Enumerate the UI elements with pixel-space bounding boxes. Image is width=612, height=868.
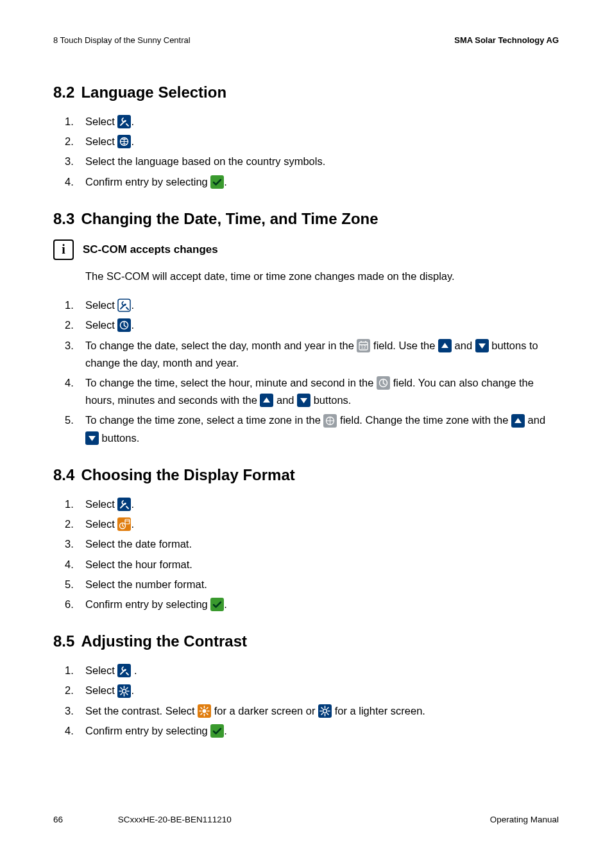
- step: 4.Select the hour format.: [53, 556, 559, 573]
- heading-8-2: 8.2Language Selection: [53, 83, 559, 101]
- step: 3.Select the date format.: [53, 535, 559, 553]
- calendar-icon: [357, 339, 370, 352]
- clock-icon: [117, 318, 131, 332]
- step: 4. To change the time, select the hour, …: [53, 374, 559, 409]
- arrow-up-icon: [511, 414, 525, 428]
- heading-8-3: 8.3Changing the Date, Time, and Time Zon…: [53, 210, 559, 228]
- page-number: 66: [53, 815, 63, 824]
- step: 6. Confirm entry by selecting .: [53, 596, 559, 613]
- step: 2. Select .: [53, 133, 559, 150]
- step: 3. Select the language based on the coun…: [53, 153, 559, 170]
- heading-8-4: 8.4Choosing the Display Format: [53, 466, 559, 484]
- step: 5. To change the time zone, select a tim…: [53, 412, 559, 446]
- timezone-field-icon: [323, 414, 337, 428]
- steps-8-4: 1. Select . 2. Select . 3.Select the dat…: [53, 496, 559, 613]
- arrow-down-icon: [85, 431, 99, 445]
- step: 2. Select .: [53, 682, 559, 699]
- steps-8-3: 1. Select . 2. Select . 3. To change the…: [53, 297, 559, 447]
- arrow-down-icon: [475, 339, 489, 352]
- steps-8-2: 1. Select . 2. Select . 3. Select the la…: [53, 113, 559, 191]
- info-body: The SC-COM will accept date, time or tim…: [85, 268, 559, 285]
- arrow-down-icon: [297, 394, 310, 407]
- step: 3. Set the contrast. Select for a darker…: [53, 702, 559, 720]
- step: 1. Select .: [53, 662, 559, 679]
- arrow-up-icon: [260, 394, 273, 407]
- header-right: SMA Solar Technology AG: [454, 35, 559, 45]
- tools-icon: [117, 498, 131, 511]
- step: 1. Select .: [53, 113, 559, 130]
- page-footer: 66 SCxxxHE-20-BE-BEN111210 Operating Man…: [53, 815, 559, 824]
- step: 1. Select .: [53, 297, 559, 314]
- contrast-dark-icon: [117, 684, 131, 698]
- check-icon: [210, 175, 224, 189]
- step: 2. Select .: [53, 516, 559, 533]
- info-title: SC-COM accepts changes: [83, 243, 218, 256]
- brightness-up-icon: [198, 704, 211, 718]
- info-box-header: i SC-COM accepts changes: [53, 239, 559, 260]
- header-left: 8 Touch Display of the Sunny Central: [53, 35, 191, 45]
- check-icon: [210, 724, 224, 738]
- arrow-up-icon: [438, 339, 452, 352]
- step: 2. Select .: [53, 317, 559, 334]
- step: 3. To change the date, select the day, m…: [53, 337, 559, 372]
- heading-8-5: 8.5Adjusting the Contrast: [53, 632, 559, 650]
- format-icon: [117, 517, 131, 531]
- step: 1. Select .: [53, 496, 559, 513]
- steps-8-5: 1. Select . 2. Select . 3. Set the contr…: [53, 662, 559, 740]
- globe-icon: [117, 135, 131, 148]
- step: 5.Select the number format.: [53, 576, 559, 593]
- tools-outline-icon: [117, 299, 131, 312]
- clock-field-icon: [377, 376, 390, 390]
- page-header: 8 Touch Display of the Sunny Central SMA…: [53, 35, 559, 45]
- tools-icon: [117, 664, 131, 677]
- brightness-down-icon: [318, 704, 332, 718]
- doc-type: Operating Manual: [490, 815, 559, 824]
- check-icon: [210, 598, 224, 611]
- doc-id: SCxxxHE-20-BE-BEN111210: [118, 815, 232, 824]
- tools-icon: [117, 115, 131, 128]
- info-icon: i: [53, 239, 74, 260]
- step: 4. Confirm entry by selecting .: [53, 722, 559, 740]
- step: 4. Confirm entry by selecting .: [53, 173, 559, 191]
